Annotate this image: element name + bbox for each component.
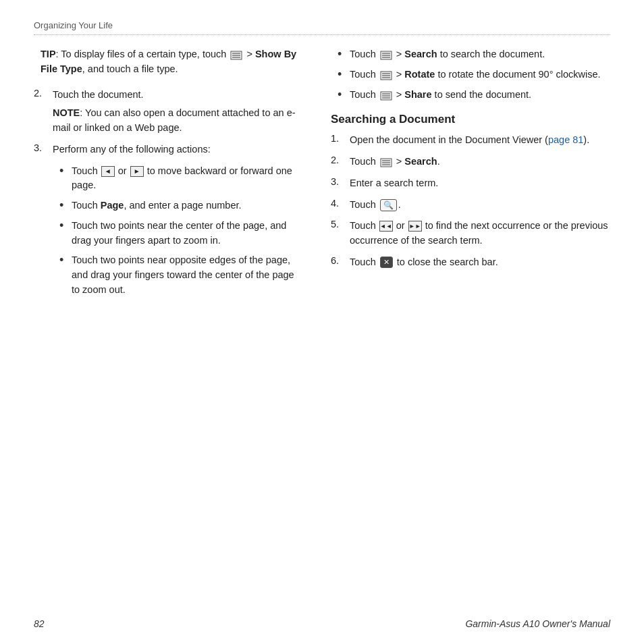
- search-step-2-content: Touch > Search.: [350, 155, 440, 169]
- bullet-4: • Touch two points near opposite edges o…: [53, 253, 304, 297]
- search-step-3-content: Enter a search term.: [350, 176, 438, 191]
- menu-icon-rotate: [380, 70, 392, 80]
- search-step-5: 5. Touch ◄◄ or ►► to find the next occur…: [331, 219, 610, 248]
- next-occur-icon: ►►: [408, 221, 422, 232]
- left-column: TIP: To display files of a certain type,…: [34, 47, 304, 303]
- right-bullet-dot-1: •: [338, 47, 350, 62]
- prev-occur-icon: ◄◄: [379, 221, 393, 232]
- search-step-4-num: 4.: [331, 198, 350, 209]
- bullet-dot-3: •: [59, 219, 72, 234]
- search-magnify-icon: 🔍: [380, 199, 397, 211]
- page-footer: 82 Garmin-Asus A10 Owner's Manual: [34, 618, 610, 629]
- prev-page-icon: ◄: [101, 166, 115, 177]
- content-area: TIP: To display files of a certain type,…: [34, 47, 610, 303]
- tip-text2: , and touch a file type.: [82, 63, 178, 74]
- searching-section: Searching a Document 1. Open the documen…: [331, 113, 610, 269]
- right-bullet-1-content: Touch > Search to search the document.: [350, 47, 545, 62]
- bullet-2: • Touch Page, and enter a page number.: [53, 198, 304, 213]
- right-bullet-2-bold: Rotate: [404, 69, 435, 80]
- search-step-2: 2. Touch > Search.: [331, 155, 610, 169]
- step-3-content: Perform any of the following actions:: [53, 142, 211, 157]
- steps-list-left: 2. Touch the document. NOTE: You can als…: [34, 88, 304, 157]
- step3-bullets: • Touch ◄ or ► to move backward or forwa…: [34, 164, 304, 298]
- tip-paragraph: TIP: To display files of a certain type,…: [41, 47, 304, 77]
- right-bullet-3: • Touch > Share to send the document.: [331, 88, 610, 103]
- close-search-icon: ✕: [380, 257, 393, 268]
- tip-block: TIP: To display files of a certain type,…: [34, 47, 304, 77]
- menu-icon-search: [380, 50, 392, 59]
- right-column: • Touch > Search to search the document.…: [331, 47, 610, 303]
- header-text: Organizing Your Life: [34, 20, 113, 30]
- step-2-num: 2.: [34, 88, 53, 99]
- search-step-5-content: Touch ◄◄ or ►► to find the next occurren…: [350, 219, 610, 248]
- step-2-text: Touch the document.: [53, 89, 144, 100]
- next-page-icon: ►: [130, 166, 144, 177]
- search-step-6-num: 6.: [331, 255, 350, 266]
- footer-page-number: 82: [34, 618, 45, 629]
- search-step-4: 4. Touch 🔍.: [331, 198, 610, 213]
- bullet-4-content: Touch two points near opposite edges of …: [72, 253, 304, 297]
- search-step-2-bold: Search: [404, 156, 437, 167]
- search-step-2-num: 2.: [331, 155, 350, 165]
- right-bullet-2: • Touch > Rotate to rotate the document …: [331, 68, 610, 82]
- search-step-4-content: Touch 🔍.: [350, 198, 401, 213]
- step-3-text: Perform any of the following actions:: [53, 144, 211, 155]
- search-step-1: 1. Open the document in the Document Vie…: [331, 133, 610, 148]
- menu-icon-step2: [380, 157, 392, 167]
- bullet-2-bold: Page: [101, 200, 124, 211]
- search-step-3: 3. Enter a search term.: [331, 176, 610, 191]
- bullet-1-content: Touch ◄ or ► to move backward or forward…: [72, 164, 304, 194]
- tip-label: TIP: [41, 49, 56, 59]
- right-bullets: • Touch > Search to search the document.…: [331, 47, 610, 102]
- menu-icon-share: [380, 90, 392, 100]
- bullet-2-content: Touch Page, and enter a page number.: [72, 198, 242, 213]
- tip-gt: >: [244, 49, 255, 59]
- right-bullet-2-content: Touch > Rotate to rotate the document 90…: [350, 68, 601, 82]
- search-step-6: 6. Touch ✕ to close the search bar.: [331, 255, 610, 270]
- step-3-num: 3.: [34, 142, 53, 153]
- note-paragraph: NOTE: You can also open a document attac…: [53, 106, 304, 136]
- bullet-3: • Touch two points near the center of th…: [53, 219, 304, 248]
- tip-text1: : To display files of a certain type, to…: [56, 49, 230, 59]
- right-bullet-1-bold: Search: [404, 49, 437, 59]
- search-step-6-content: Touch ✕ to close the search bar.: [350, 255, 498, 270]
- page-header: Organizing Your Life: [34, 20, 610, 35]
- step-2: 2. Touch the document. NOTE: You can als…: [34, 88, 304, 136]
- note-label: NOTE: [53, 107, 80, 118]
- bullet-dot-1: •: [59, 164, 72, 179]
- section-title: Searching a Document: [331, 113, 610, 126]
- step-2-content: Touch the document. NOTE: You can also o…: [53, 88, 304, 136]
- search-step-5-num: 5.: [331, 219, 350, 230]
- bullet-1: • Touch ◄ or ► to move backward or forwa…: [53, 164, 304, 194]
- note-text: : You can also open a document attached …: [53, 107, 296, 133]
- step-3: 3. Perform any of the following actions:: [34, 142, 304, 157]
- menu-icon-tip: [230, 50, 242, 59]
- right-bullet-3-bold: Share: [404, 89, 431, 100]
- footer-title: Garmin-Asus A10 Owner's Manual: [465, 618, 610, 629]
- bullet-3-content: Touch two points near the center of the …: [72, 219, 304, 248]
- bullet-dot-4: •: [59, 253, 72, 268]
- page-link: page 81: [548, 134, 583, 145]
- right-bullet-3-content: Touch > Share to send the document.: [350, 88, 531, 103]
- search-step-1-num: 1.: [331, 133, 350, 144]
- right-bullet-1: • Touch > Search to search the document.: [331, 47, 610, 62]
- search-step-1-content: Open the document in the Document Viewer…: [350, 133, 589, 148]
- page: Organizing Your Life TIP: To display fil…: [0, 0, 644, 644]
- bullet-dot-2: •: [59, 198, 72, 213]
- note-block: NOTE: You can also open a document attac…: [53, 106, 304, 136]
- right-bullet-dot-2: •: [338, 68, 350, 82]
- search-step-3-num: 3.: [331, 176, 350, 187]
- searching-steps: 1. Open the document in the Document Vie…: [331, 133, 610, 269]
- right-bullet-dot-3: •: [338, 88, 350, 103]
